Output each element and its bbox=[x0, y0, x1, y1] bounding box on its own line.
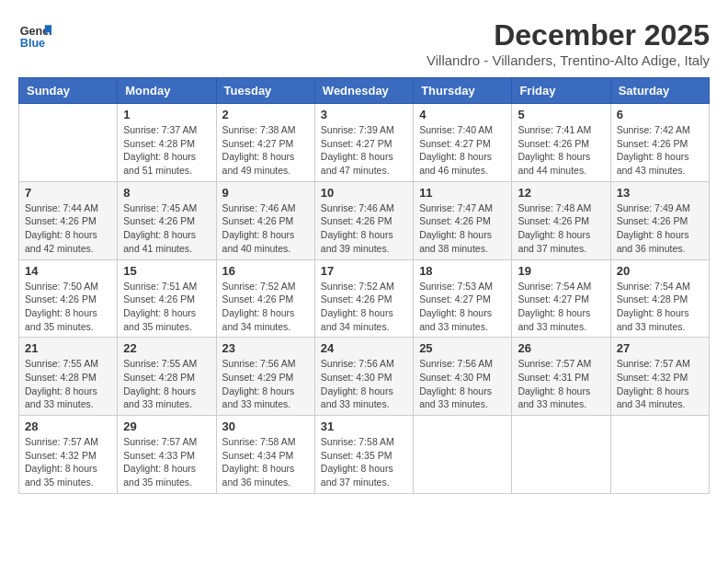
day-info: Sunrise: 7:55 AMSunset: 4:28 PMDaylight:… bbox=[25, 357, 111, 411]
day-number: 5 bbox=[518, 108, 604, 121]
day-number: 29 bbox=[123, 419, 210, 433]
day-number: 17 bbox=[321, 264, 407, 278]
day-info: Sunrise: 7:58 AMSunset: 4:35 PMDaylight:… bbox=[321, 435, 407, 489]
logo: General Blue bbox=[18, 18, 51, 52]
day-number: 10 bbox=[321, 186, 407, 200]
calendar-cell: 31 Sunrise: 7:58 AMSunset: 4:35 PMDaylig… bbox=[314, 416, 413, 494]
weekday-header-tuesday: Tuesday bbox=[216, 78, 314, 104]
calendar-cell: 3 Sunrise: 7:39 AMSunset: 4:27 PMDayligh… bbox=[314, 104, 413, 182]
day-info: Sunrise: 7:56 AMSunset: 4:29 PMDaylight:… bbox=[222, 357, 309, 411]
weekday-header-thursday: Thursday bbox=[414, 78, 512, 104]
day-info: Sunrise: 7:57 AMSunset: 4:32 PMDaylight:… bbox=[25, 435, 111, 489]
day-info: Sunrise: 7:57 AMSunset: 4:33 PMDaylight:… bbox=[123, 435, 210, 489]
day-number: 12 bbox=[518, 186, 604, 200]
day-info: Sunrise: 7:46 AMSunset: 4:26 PMDaylight:… bbox=[321, 201, 407, 256]
day-info: Sunrise: 7:40 AMSunset: 4:27 PMDaylight:… bbox=[419, 123, 506, 178]
day-info: Sunrise: 7:53 AMSunset: 4:27 PMDaylight:… bbox=[419, 280, 506, 334]
day-number: 20 bbox=[617, 264, 703, 278]
weekday-header-friday: Friday bbox=[512, 78, 610, 104]
day-number: 16 bbox=[222, 264, 309, 278]
calendar-cell: 5 Sunrise: 7:41 AMSunset: 4:26 PMDayligh… bbox=[512, 104, 610, 182]
calendar-cell: 20 Sunrise: 7:54 AMSunset: 4:28 PMDaylig… bbox=[610, 259, 709, 338]
day-info: Sunrise: 7:54 AMSunset: 4:28 PMDaylight:… bbox=[617, 280, 703, 334]
calendar-cell: 12 Sunrise: 7:48 AMSunset: 4:26 PMDaylig… bbox=[512, 181, 610, 259]
calendar-cell: 13 Sunrise: 7:49 AMSunset: 4:26 PMDaylig… bbox=[610, 181, 709, 259]
calendar-cell: 2 Sunrise: 7:38 AMSunset: 4:27 PMDayligh… bbox=[216, 104, 314, 182]
calendar-cell: 23 Sunrise: 7:56 AMSunset: 4:29 PMDaylig… bbox=[216, 338, 314, 416]
weekday-header-sunday: Sunday bbox=[19, 78, 118, 104]
logo-icon: General Blue bbox=[18, 18, 51, 52]
calendar-cell: 9 Sunrise: 7:46 AMSunset: 4:26 PMDayligh… bbox=[216, 181, 314, 259]
day-number: 28 bbox=[25, 419, 111, 433]
page-header: General Blue December 2025 Villandro - V… bbox=[18, 18, 710, 68]
day-number: 9 bbox=[222, 186, 309, 200]
day-info: Sunrise: 7:45 AMSunset: 4:26 PMDaylight:… bbox=[123, 201, 210, 256]
calendar-cell bbox=[512, 416, 610, 494]
location-subtitle: Villandro - Villanders, Trentino-Alto Ad… bbox=[427, 52, 710, 68]
day-number: 3 bbox=[321, 108, 407, 121]
day-info: Sunrise: 7:54 AMSunset: 4:27 PMDaylight:… bbox=[518, 280, 604, 334]
day-info: Sunrise: 7:52 AMSunset: 4:26 PMDaylight:… bbox=[321, 280, 407, 334]
calendar-cell: 22 Sunrise: 7:55 AMSunset: 4:28 PMDaylig… bbox=[118, 338, 216, 416]
calendar-cell bbox=[414, 416, 512, 494]
week-row-5: 28 Sunrise: 7:57 AMSunset: 4:32 PMDaylig… bbox=[19, 416, 710, 494]
weekday-header-monday: Monday bbox=[118, 78, 216, 104]
day-number: 14 bbox=[25, 264, 111, 278]
day-number: 27 bbox=[617, 341, 703, 355]
day-number: 23 bbox=[222, 341, 309, 355]
day-number: 4 bbox=[419, 108, 506, 121]
day-info: Sunrise: 7:49 AMSunset: 4:26 PMDaylight:… bbox=[617, 201, 703, 256]
calendar-cell: 30 Sunrise: 7:58 AMSunset: 4:34 PMDaylig… bbox=[216, 416, 314, 494]
calendar-cell: 18 Sunrise: 7:53 AMSunset: 4:27 PMDaylig… bbox=[414, 259, 512, 338]
calendar-cell: 29 Sunrise: 7:57 AMSunset: 4:33 PMDaylig… bbox=[118, 416, 216, 494]
weekday-header-saturday: Saturday bbox=[610, 78, 709, 104]
calendar-cell: 8 Sunrise: 7:45 AMSunset: 4:26 PMDayligh… bbox=[118, 181, 216, 259]
title-block: December 2025 Villandro - Villanders, Tr… bbox=[427, 18, 710, 68]
calendar-cell: 15 Sunrise: 7:51 AMSunset: 4:26 PMDaylig… bbox=[118, 259, 216, 338]
week-row-3: 14 Sunrise: 7:50 AMSunset: 4:26 PMDaylig… bbox=[19, 259, 710, 338]
day-info: Sunrise: 7:47 AMSunset: 4:26 PMDaylight:… bbox=[419, 201, 506, 256]
day-number: 24 bbox=[321, 341, 407, 355]
day-number: 11 bbox=[419, 186, 506, 200]
day-info: Sunrise: 7:57 AMSunset: 4:31 PMDaylight:… bbox=[518, 357, 604, 411]
day-number: 2 bbox=[222, 108, 309, 121]
week-row-2: 7 Sunrise: 7:44 AMSunset: 4:26 PMDayligh… bbox=[19, 181, 710, 259]
weekday-header-row: SundayMondayTuesdayWednesdayThursdayFrid… bbox=[19, 78, 710, 104]
day-number: 8 bbox=[123, 186, 210, 200]
day-info: Sunrise: 7:42 AMSunset: 4:26 PMDaylight:… bbox=[617, 123, 703, 178]
calendar-cell: 25 Sunrise: 7:56 AMSunset: 4:30 PMDaylig… bbox=[414, 338, 512, 416]
calendar-cell: 17 Sunrise: 7:52 AMSunset: 4:26 PMDaylig… bbox=[314, 259, 413, 338]
calendar-cell: 26 Sunrise: 7:57 AMSunset: 4:31 PMDaylig… bbox=[512, 338, 610, 416]
day-info: Sunrise: 7:46 AMSunset: 4:26 PMDaylight:… bbox=[222, 201, 309, 256]
day-info: Sunrise: 7:50 AMSunset: 4:26 PMDaylight:… bbox=[25, 280, 111, 334]
calendar-cell: 10 Sunrise: 7:46 AMSunset: 4:26 PMDaylig… bbox=[314, 181, 413, 259]
day-number: 25 bbox=[419, 341, 506, 355]
calendar-cell: 27 Sunrise: 7:57 AMSunset: 4:32 PMDaylig… bbox=[610, 338, 709, 416]
calendar-table: SundayMondayTuesdayWednesdayThursdayFrid… bbox=[18, 77, 710, 494]
week-row-1: 1 Sunrise: 7:37 AMSunset: 4:28 PMDayligh… bbox=[19, 104, 710, 182]
day-number: 31 bbox=[321, 419, 407, 433]
day-info: Sunrise: 7:58 AMSunset: 4:34 PMDaylight:… bbox=[222, 435, 309, 489]
calendar-cell: 19 Sunrise: 7:54 AMSunset: 4:27 PMDaylig… bbox=[512, 259, 610, 338]
day-info: Sunrise: 7:38 AMSunset: 4:27 PMDaylight:… bbox=[222, 123, 309, 178]
day-info: Sunrise: 7:57 AMSunset: 4:32 PMDaylight:… bbox=[617, 357, 703, 411]
day-info: Sunrise: 7:56 AMSunset: 4:30 PMDaylight:… bbox=[321, 357, 407, 411]
day-number: 30 bbox=[222, 419, 309, 433]
calendar-cell: 28 Sunrise: 7:57 AMSunset: 4:32 PMDaylig… bbox=[19, 416, 118, 494]
calendar-cell: 14 Sunrise: 7:50 AMSunset: 4:26 PMDaylig… bbox=[19, 259, 118, 338]
calendar-cell: 11 Sunrise: 7:47 AMSunset: 4:26 PMDaylig… bbox=[414, 181, 512, 259]
weekday-header-wednesday: Wednesday bbox=[314, 78, 413, 104]
day-info: Sunrise: 7:48 AMSunset: 4:26 PMDaylight:… bbox=[518, 201, 604, 256]
day-number: 7 bbox=[25, 186, 111, 200]
calendar-cell bbox=[19, 104, 118, 182]
day-number: 26 bbox=[518, 341, 604, 355]
calendar-cell: 7 Sunrise: 7:44 AMSunset: 4:26 PMDayligh… bbox=[19, 181, 118, 259]
month-title: December 2025 bbox=[427, 18, 710, 52]
day-number: 21 bbox=[25, 341, 111, 355]
day-number: 22 bbox=[123, 341, 210, 355]
day-info: Sunrise: 7:39 AMSunset: 4:27 PMDaylight:… bbox=[321, 123, 407, 178]
calendar-cell: 6 Sunrise: 7:42 AMSunset: 4:26 PMDayligh… bbox=[610, 104, 709, 182]
day-number: 15 bbox=[123, 264, 210, 278]
calendar-cell: 16 Sunrise: 7:52 AMSunset: 4:26 PMDaylig… bbox=[216, 259, 314, 338]
day-info: Sunrise: 7:55 AMSunset: 4:28 PMDaylight:… bbox=[123, 357, 210, 411]
